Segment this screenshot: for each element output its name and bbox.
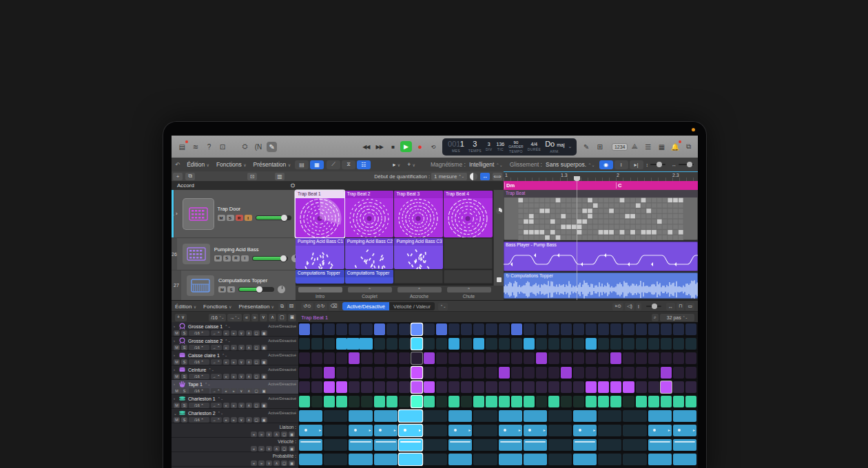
track-icon-tile[interactable] (183, 199, 214, 229)
track-button-r[interactable]: R (232, 255, 240, 262)
step-cell[interactable]: ▸ (648, 425, 672, 436)
metronome-icon[interactable]: ⟁ (629, 142, 640, 152)
row-direction-select[interactable]: → ⌃ (211, 345, 222, 350)
step-cell[interactable] (349, 410, 372, 422)
catch-playhead-icon[interactable]: ◉ (599, 160, 613, 169)
step-cell[interactable] (636, 381, 647, 393)
brackets-icon[interactable]: ⧖ (342, 160, 355, 169)
loop-cell[interactable]: Trap Beat 1 (296, 191, 344, 237)
step-cell[interactable] (623, 396, 634, 407)
step-cell[interactable] (424, 338, 435, 350)
row-mute-button[interactable]: M (174, 417, 180, 423)
edit-icon[interactable]: ▣ (261, 330, 267, 336)
step-cell[interactable] (324, 323, 335, 335)
step-cell[interactable] (324, 396, 335, 407)
row-mute-button[interactable]: M (174, 403, 180, 408)
subrow-button[interactable]: ▣ (289, 432, 295, 437)
loop-cell[interactable]: Trap Beat 2 (345, 191, 394, 237)
step-cell[interactable] (411, 381, 422, 393)
inspector-icon[interactable]: ⊡ (217, 142, 228, 152)
count-in-button[interactable]: 1234 (612, 143, 628, 151)
region-computations-topper[interactable]: ↻ Computations Topper (504, 273, 698, 299)
row-stepper-icon[interactable]: ⌃⌄ (218, 396, 223, 401)
step-cell[interactable] (561, 338, 572, 350)
mixer-icon[interactable]: ≋ (190, 142, 201, 152)
track-button-s[interactable]: S (223, 255, 231, 262)
step-cell[interactable] (311, 381, 322, 393)
step-cell[interactable] (448, 396, 459, 407)
row-mute-button[interactable]: M (174, 374, 180, 379)
step-cell[interactable] (598, 338, 609, 350)
step-cell[interactable] (361, 367, 372, 379)
step-cell[interactable] (386, 396, 397, 407)
step-cell[interactable] (486, 381, 497, 393)
step-cell[interactable] (374, 396, 385, 407)
step-cell[interactable] (386, 323, 397, 335)
seq-menu-fonctions[interactable]: Fonctions ∨ (203, 304, 231, 310)
step-cell[interactable] (511, 323, 522, 335)
step-cell[interactable] (586, 352, 597, 364)
row-solo-button[interactable]: S (181, 345, 187, 350)
octave-down-icon[interactable]: ∨ (260, 314, 267, 321)
step-cell[interactable] (648, 323, 659, 335)
step-cell[interactable] (347, 338, 360, 350)
row-rate-select[interactable]: /16 ⌃ (189, 359, 209, 365)
step-cell[interactable] (623, 352, 634, 364)
step-cell[interactable] (473, 367, 484, 379)
step-cell[interactable] (685, 323, 696, 335)
step-cell[interactable] (661, 381, 672, 393)
step-cell[interactable] (349, 381, 360, 393)
increment-icon[interactable]: ∧ (246, 359, 252, 365)
step-cell[interactable] (311, 323, 322, 335)
row-direction-select[interactable]: → ⌃ (211, 359, 222, 365)
step-cell[interactable] (573, 323, 584, 335)
row-solo-button[interactable]: S (181, 417, 187, 423)
step-cell[interactable] (511, 367, 522, 379)
tuner-icon[interactable]: ⊞ (595, 142, 606, 152)
empty-cell[interactable] (444, 270, 493, 284)
draw-tool-icon[interactable]: ⟋ (327, 160, 340, 169)
step-cell[interactable] (448, 439, 472, 451)
preview-icon[interactable]: ▢ (254, 417, 260, 423)
step-cell[interactable] (524, 381, 535, 393)
row-direction-select[interactable]: → ⌃ (211, 417, 222, 423)
loop-cell[interactable]: Pumping Acid Bass C1 (296, 238, 344, 269)
step-cell[interactable] (349, 396, 360, 407)
split-view-toggle[interactable]: ▦ (310, 160, 324, 169)
step-cell[interactable] (648, 439, 672, 451)
row-rate-select[interactable]: /16 ⌃ (189, 345, 209, 350)
track-header-computations-topper[interactable]: 27Computations TopperMS (172, 270, 296, 301)
rotate-right-icon[interactable]: » (231, 359, 237, 365)
notifications-bell-icon[interactable]: 🔔 (670, 142, 681, 152)
step-cell[interactable] (399, 381, 410, 393)
step-cell[interactable] (349, 367, 360, 379)
row-solo-button[interactable]: S (181, 330, 187, 336)
duplicate-button[interactable]: ⧉ (185, 173, 195, 180)
pattern-length-select[interactable]: 32 pas ⌃⌄ (660, 314, 694, 321)
step-cell[interactable] (299, 367, 310, 379)
step-cell[interactable] (636, 367, 647, 379)
step-cell[interactable] (673, 454, 696, 465)
step-cell[interactable] (399, 338, 410, 350)
loop-cell[interactable]: Trap Beat 3 (394, 191, 443, 237)
step-cell[interactable] (411, 338, 422, 350)
step-cell[interactable] (548, 381, 559, 393)
step-cell[interactable] (448, 367, 459, 379)
step-cell[interactable] (536, 323, 547, 335)
step-cell[interactable] (424, 425, 447, 436)
seq-zoom-slider[interactable] (644, 306, 663, 307)
step-cell[interactable] (636, 352, 647, 364)
step-cell[interactable] (598, 367, 609, 379)
step-cell[interactable] (548, 338, 559, 350)
rotate-right-icon[interactable]: » (231, 417, 237, 423)
step-cell[interactable] (648, 338, 659, 350)
step-cell[interactable] (673, 323, 684, 335)
empty-cell[interactable] (444, 238, 493, 269)
volume-thumb[interactable] (256, 286, 262, 292)
step-cell[interactable] (499, 396, 510, 407)
subrow-button[interactable]: ∨ (266, 460, 272, 466)
rotate-left-icon[interactable]: « (223, 359, 229, 365)
step-cell[interactable] (461, 352, 472, 364)
rotate-left-icon[interactable]: « (223, 374, 229, 379)
step-cell[interactable] (673, 338, 684, 350)
